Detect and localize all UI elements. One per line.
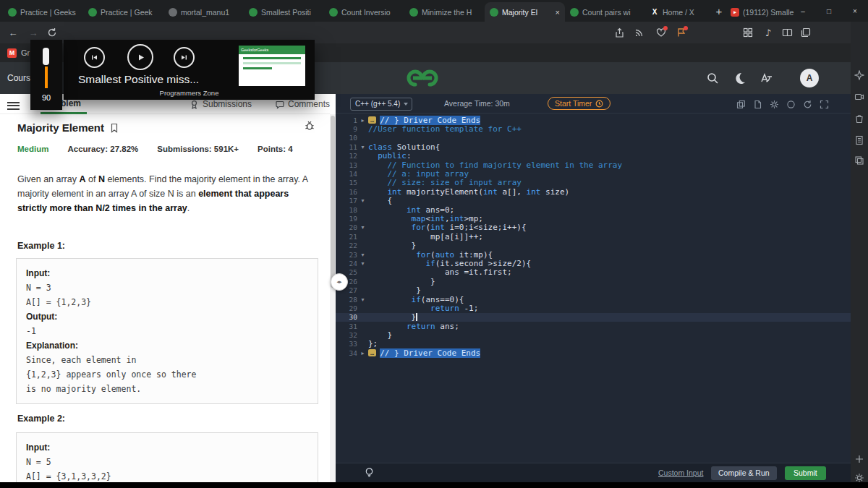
search-icon[interactable] <box>706 72 719 85</box>
compile-run-button[interactable]: Compile & Run <box>711 466 777 480</box>
code-line[interactable]: 31 return ans; <box>336 322 851 330</box>
panel-resize-handle[interactable]: ◂▸ <box>331 273 348 291</box>
code-line[interactable]: 14 // a: input array <box>336 169 851 178</box>
report-bug-icon[interactable] <box>304 120 315 134</box>
rss-icon[interactable] <box>634 27 645 38</box>
browser-tab[interactable]: Practice | Geeks <box>3 2 83 22</box>
code-line[interactable]: 33}; <box>336 340 851 348</box>
code-line[interactable]: 21 mp[a[i]]++; <box>336 232 851 241</box>
window-maximize-button[interactable]: □ <box>816 0 842 22</box>
submit-button[interactable]: Submit <box>785 466 826 480</box>
hint-bulb-icon[interactable] <box>364 467 375 481</box>
docs-icon[interactable] <box>854 135 864 145</box>
volume-slider-track[interactable] <box>45 67 48 88</box>
copy-icon[interactable] <box>736 99 746 108</box>
dark-mode-icon[interactable] <box>733 72 746 85</box>
code-line[interactable]: 26 } <box>336 277 851 286</box>
back-icon[interactable]: ← <box>4 22 22 43</box>
browser-tab[interactable]: Practice | Geek <box>83 2 163 22</box>
avatar[interactable]: A <box>800 69 819 87</box>
code-line[interactable]: 17▾ { <box>336 197 851 205</box>
code-line[interactable]: 16 int majorityElement(int a[], int size… <box>336 187 851 196</box>
add-icon[interactable] <box>854 454 864 464</box>
fold-marker-icon[interactable]: ▸ <box>357 350 368 356</box>
code-line[interactable]: 18 int ans=0; <box>336 205 851 214</box>
camera-icon[interactable] <box>854 92 864 102</box>
file-icon[interactable] <box>753 99 762 108</box>
selected-code: // } Driver Code Ends <box>380 116 480 125</box>
translate-icon[interactable] <box>760 72 773 85</box>
fold-marker-icon[interactable]: ▾ <box>357 197 368 204</box>
alert-icon[interactable] <box>676 27 687 38</box>
code-line[interactable]: 11▾class Solution{ <box>336 142 851 151</box>
code-line[interactable]: 23▾ for(auto it:mp){ <box>336 250 851 259</box>
code-line[interactable]: 32 } <box>336 330 851 339</box>
browser-tab[interactable]: mortal_manu1 <box>163 2 244 22</box>
code-line[interactable]: 27 } <box>336 286 851 294</box>
mini-player[interactable]: GeeksforGeeks Smallest Positive miss... … <box>64 40 315 100</box>
browser-tab[interactable]: Smallest Positi <box>244 2 324 22</box>
code-line[interactable]: 19 map<int,int>mp; <box>336 214 851 223</box>
browser-tab[interactable]: Minimize the H <box>404 2 485 22</box>
browser-tab[interactable]: Count pairs wi <box>565 2 645 22</box>
previous-button[interactable] <box>84 47 105 68</box>
fold-marker-icon[interactable]: ▾ <box>357 260 368 267</box>
scrollbar-thumb[interactable] <box>331 116 335 288</box>
media-control-icon[interactable]: ♪ <box>762 27 774 38</box>
hamburger-menu-icon[interactable] <box>7 100 20 111</box>
fold-marker-icon[interactable]: ▸ <box>357 117 368 124</box>
new-tab-button[interactable]: + <box>710 2 728 20</box>
next-icon <box>180 53 188 61</box>
browser-essentials-icon[interactable] <box>655 27 667 38</box>
shopping-icon[interactable] <box>854 114 864 124</box>
share-icon[interactable] <box>613 27 625 38</box>
code-line[interactable]: 12 public: <box>336 152 851 160</box>
code-line[interactable]: 9//User function template for C++ <box>336 124 851 133</box>
fold-marker-icon[interactable]: ▾ <box>357 252 368 258</box>
code-line[interactable]: 28▾ if(ans==0){ <box>336 295 851 304</box>
video-thumbnail[interactable]: GeeksforGeeks <box>239 46 305 86</box>
code-text: // a: input array <box>368 169 469 179</box>
custom-input-link[interactable]: Custom Input <box>658 468 703 477</box>
gear-icon[interactable] <box>770 99 779 108</box>
settings-icon[interactable] <box>854 473 864 483</box>
fold-badge-icon[interactable]: … <box>368 349 376 356</box>
code-line[interactable]: 24▾ if(it.second >size/2){ <box>336 259 851 267</box>
code-line[interactable]: 22 } <box>336 241 851 249</box>
code-line[interactable]: 20▾ for(int i=0;i<size;i++){ <box>336 223 851 232</box>
window-close-button[interactable]: × <box>842 0 868 22</box>
code-line[interactable]: 15 // size: size of input array <box>336 179 851 187</box>
browser-tab[interactable]: Majority El× <box>485 2 565 22</box>
volume-slider-thumb[interactable] <box>43 48 49 65</box>
play-button[interactable] <box>127 44 153 70</box>
code-line[interactable]: 13 // Function to find majority element … <box>336 160 851 169</box>
code-line[interactable]: 29 return -1; <box>336 304 851 312</box>
code-area[interactable]: 1▸…// } Driver Code Ends9//User function… <box>336 116 851 358</box>
reset-code-icon[interactable] <box>803 99 812 108</box>
fold-marker-icon[interactable]: ▾ <box>357 296 368 303</box>
fold-marker-icon[interactable]: ▾ <box>357 144 368 150</box>
code-line[interactable]: 25 ans =it.first; <box>336 268 851 277</box>
gfg-logo[interactable] <box>405 68 440 91</box>
start-timer-button[interactable]: Start Timer <box>548 97 610 110</box>
fullscreen-icon[interactable] <box>820 99 829 108</box>
tab-close-icon[interactable]: × <box>556 8 560 17</box>
next-button[interactable] <box>174 47 195 68</box>
browser-tab[interactable]: Count Inversio <box>324 2 404 22</box>
code-line[interactable]: 10 <box>336 134 851 142</box>
code-line[interactable]: 34▸…// } Driver Code Ends <box>336 348 851 357</box>
bookmark-icon[interactable] <box>110 123 119 133</box>
fold-badge-icon[interactable]: … <box>368 116 376 124</box>
collections-icon[interactable] <box>800 27 812 38</box>
layers-icon[interactable] <box>854 155 864 166</box>
language-select[interactable]: C++ (g++ 5.4) <box>350 98 412 111</box>
extensions-icon[interactable] <box>742 27 754 38</box>
copilot-icon[interactable] <box>854 70 864 80</box>
window-minimize-button[interactable]: – <box>790 0 816 22</box>
fold-marker-icon[interactable]: ▾ <box>357 224 368 231</box>
code-line[interactable]: 30 } <box>336 313 851 322</box>
bookmark-item[interactable]: Gr <box>21 48 30 57</box>
code-line[interactable]: 1▸…// } Driver Code Ends <box>336 116 851 124</box>
split-screen-icon[interactable] <box>781 27 793 38</box>
record-icon[interactable] <box>786 99 796 108</box>
